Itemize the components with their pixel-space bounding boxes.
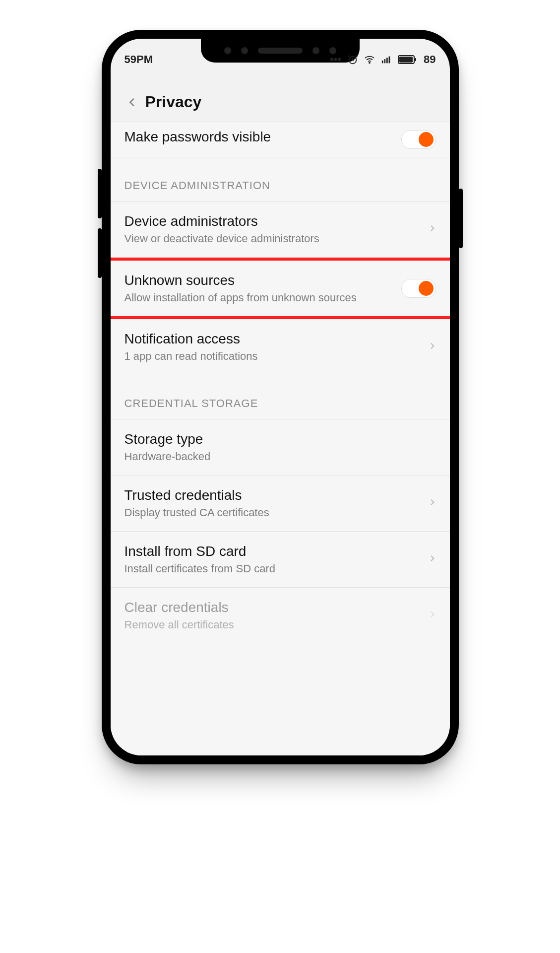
toggle-make-passwords-visible[interactable] <box>401 130 436 149</box>
phone-mockup-frame: 59PM ••• 89 <box>102 30 459 764</box>
phone-screen: 59PM ••• 89 <box>111 39 450 755</box>
row-install-from-sd-card[interactable]: Install from SD card Install certificate… <box>111 532 450 588</box>
svg-rect-5 <box>389 57 390 64</box>
power-button <box>459 189 463 248</box>
status-time: 59PM <box>124 53 153 66</box>
row-title: Notification access <box>124 331 436 347</box>
app-header: Privacy <box>111 82 450 122</box>
svg-rect-3 <box>384 59 385 63</box>
wifi-icon <box>364 54 375 65</box>
volume-up-button <box>98 169 102 218</box>
row-device-administrators[interactable]: Device administrators View or deactivate… <box>111 202 450 258</box>
row-title: Trusted credentials <box>124 487 436 503</box>
toggle-unknown-sources[interactable] <box>401 279 436 298</box>
back-button[interactable] <box>123 92 142 112</box>
chevron-right-icon <box>428 222 436 236</box>
page-title: Privacy <box>145 93 202 111</box>
row-subtitle: 1 app can read notifications <box>124 350 436 363</box>
section-device-administration: DEVICE ADMINISTRATION <box>111 157 450 202</box>
row-subtitle: Display trusted CA certificates <box>124 506 436 519</box>
row-subtitle: Allow installation of apps from unknown … <box>124 291 436 304</box>
battery-icon <box>398 55 418 65</box>
signal-icon <box>381 54 392 65</box>
settings-list[interactable]: Make passwords visible DEVICE ADMINISTRA… <box>111 122 450 755</box>
svg-rect-4 <box>386 58 388 63</box>
row-unknown-sources[interactable]: Unknown sources Allow installation of ap… <box>111 261 450 316</box>
alarm-icon <box>347 54 358 65</box>
svg-rect-2 <box>382 61 383 64</box>
row-trusted-credentials[interactable]: Trusted credentials Display trusted CA c… <box>111 476 450 532</box>
svg-rect-7 <box>399 57 413 63</box>
row-notification-access[interactable]: Notification access 1 app can read notif… <box>111 319 450 375</box>
row-title: Device administrators <box>124 213 436 229</box>
row-title: Storage type <box>124 431 436 447</box>
row-subtitle: Hardware-backed <box>124 450 436 463</box>
status-battery-text: 89 <box>424 53 436 66</box>
row-title: Make passwords visible <box>124 129 436 145</box>
chevron-right-icon <box>428 496 436 510</box>
svg-point-1 <box>369 63 370 64</box>
more-icon: ••• <box>330 53 341 66</box>
row-storage-type[interactable]: Storage type Hardware-backed <box>111 419 450 476</box>
row-title: Clear credentials <box>124 600 436 615</box>
svg-rect-8 <box>415 58 416 61</box>
status-bar: 59PM ••• 89 <box>111 50 450 69</box>
row-title: Install from SD card <box>124 544 436 559</box>
row-clear-credentials: Clear credentials Remove all certificate… <box>111 588 450 643</box>
volume-down-button <box>98 228 102 278</box>
row-subtitle: View or deactivate device administrators <box>124 232 436 245</box>
chevron-right-icon <box>428 552 436 566</box>
section-credential-storage: CREDENTIAL STORAGE <box>111 375 450 419</box>
row-title: Unknown sources <box>124 272 436 288</box>
row-subtitle: Remove all certificates <box>124 618 436 631</box>
chevron-right-icon <box>428 609 436 622</box>
chevron-right-icon <box>428 340 436 354</box>
toggle-knob <box>419 132 434 147</box>
toggle-knob <box>419 281 434 296</box>
row-make-passwords-visible[interactable]: Make passwords visible <box>111 122 450 157</box>
row-subtitle: Install certificates from SD card <box>124 562 436 575</box>
